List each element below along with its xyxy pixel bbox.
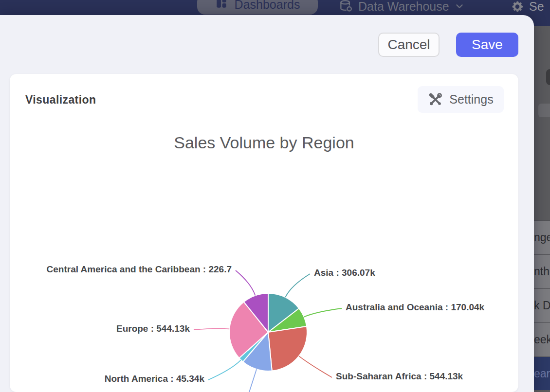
pie-leader-line [299, 356, 332, 377]
background-list-item: ear [534, 356, 550, 390]
background-list-item: nth [534, 254, 550, 288]
pie-label: Europe : 544.13k [116, 323, 190, 334]
save-button[interactable]: Save [456, 33, 518, 57]
pie-leader-line [304, 308, 342, 317]
chevron-down-icon [454, 1, 465, 12]
pie-leader-line [194, 329, 229, 330]
pie-label: North America : 45.34k [105, 374, 204, 384]
pie-slice-sub-saharan-africa[interactable] [268, 326, 307, 371]
nav-item-settings-label: Se [529, 0, 544, 14]
pie-leader-line [249, 369, 257, 392]
pie-chart: Sales Volume by Region Asia : 306.07kAus… [10, 74, 518, 392]
nav-item-data-warehouse-label: Data Warehouse [358, 0, 449, 14]
background-list-item: nge [534, 220, 550, 254]
pie-label: Central America and the Caribbean : 226.… [47, 264, 232, 275]
background-page-strip: ngenthk Deekear [534, 26, 550, 392]
background-chip-light [538, 104, 550, 117]
pie-label: Sub-Saharan Africa : 544.13k [336, 371, 463, 382]
nav-item-settings[interactable]: Se [511, 0, 544, 13]
pie-label: Australia and Oceania : 170.04k [346, 302, 484, 313]
pie-leader-line [285, 274, 310, 297]
background-dropdown-list: ngenthk Deekear [534, 220, 550, 390]
background-list-item: eek [534, 322, 550, 356]
background-list-item: k D [534, 288, 550, 322]
nav-tab-dashboards-label: Dashboards [235, 0, 300, 12]
pie-svg [10, 74, 518, 392]
database-icon [339, 0, 353, 14]
pie-leader-line [208, 360, 241, 380]
nav-tab-dashboards[interactable]: Dashboards [197, 0, 318, 15]
gear-icon [511, 0, 524, 13]
pie-label: Asia : 306.07k [314, 267, 375, 278]
visualization-card: Visualization Settings Sales Volume by R… [10, 74, 518, 392]
nav-item-data-warehouse[interactable]: Data Warehouse [339, 0, 465, 13]
visualization-modal: Cancel Save Visualization Settings [0, 15, 534, 392]
background-chip-dark [546, 69, 550, 85]
dashboards-icon [215, 0, 228, 12]
cancel-button[interactable]: Cancel [378, 33, 440, 57]
pie-leader-line [236, 270, 255, 296]
